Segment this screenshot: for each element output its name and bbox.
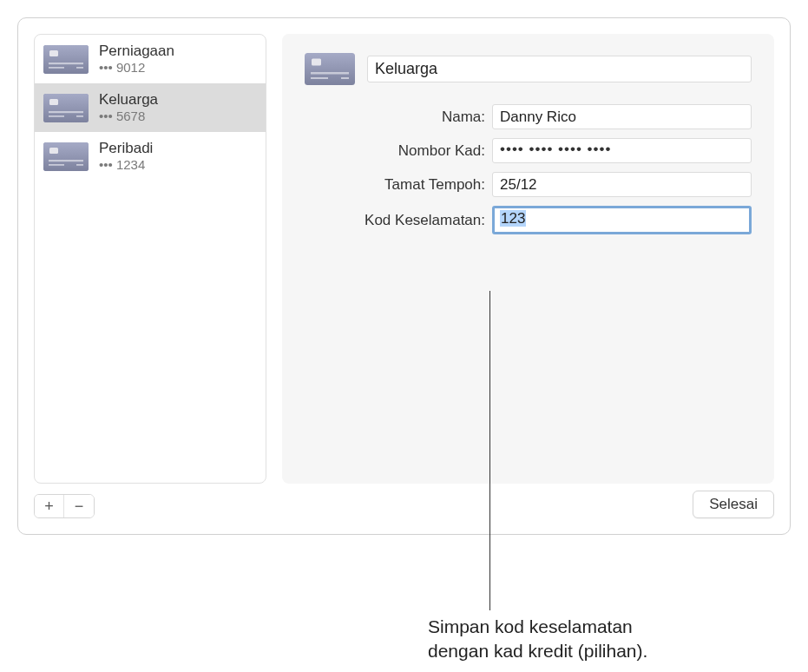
card-list[interactable]: Perniagaan ••• 9012 [34,34,266,484]
expiry-input[interactable] [492,172,752,197]
sidebar: Perniagaan ••• 9012 [34,34,266,518]
card-masked-number: ••• 9012 [99,60,174,76]
done-label: Selesai [709,496,758,512]
card-item-perniagaan[interactable]: Perniagaan ••• 9012 [35,35,266,83]
card-title: Peribadi [99,139,153,157]
svg-rect-16 [49,164,64,166]
title-row [305,53,752,85]
security-code-value: 123 [500,210,526,227]
card-info: Keluarga ••• 5678 [99,90,158,125]
row-name: Nama: [353,104,752,129]
card-number-input[interactable]: •••• •••• •••• •••• [492,138,752,163]
done-button[interactable]: Selesai [693,491,774,518]
svg-rect-19 [312,59,321,66]
svg-rect-10 [49,115,64,117]
svg-rect-5 [76,67,83,69]
credit-card-icon [305,53,355,85]
card-item-peribadi[interactable]: Peribadi ••• 1234 [35,132,266,181]
card-item-keluarga[interactable]: Keluarga ••• 5678 [35,83,266,132]
row-security-code: Kod Keselamatan: 123 [353,206,752,234]
svg-rect-4 [49,67,64,69]
card-number-masked: •••• •••• •••• •••• [500,141,611,157]
credit-card-icon [43,94,89,122]
remove-button[interactable]: − [64,495,94,517]
card-title-input[interactable] [367,56,752,82]
credit-card-icon [43,142,89,171]
label-security-code: Kod Keselamatan: [353,212,485,229]
svg-rect-2 [49,50,58,56]
plus-icon: + [44,497,54,516]
card-info: Peribadi ••• 1234 [99,139,153,174]
row-expiry: Tamat Tempoh: [353,172,752,197]
card-masked-number: ••• 1234 [99,157,153,174]
svg-rect-9 [49,111,83,113]
main-layout: Perniagaan ••• 9012 [34,34,774,518]
svg-rect-20 [311,72,349,75]
row-card-number: Nombor Kad: •••• •••• •••• •••• [353,138,752,163]
svg-rect-11 [76,115,83,117]
preferences-window: Perniagaan ••• 9012 [17,17,791,535]
callout-line [489,291,490,610]
svg-rect-13 [43,142,89,171]
callout-line2: dengan kad kredit (pilihan). [428,641,647,661]
label-expiry: Tamat Tempoh: [353,176,485,194]
svg-rect-21 [311,77,328,79]
card-info: Perniagaan ••• 9012 [99,42,174,76]
svg-rect-1 [43,45,89,74]
name-input[interactable] [492,104,752,129]
svg-rect-8 [49,99,58,105]
card-title: Keluarga [99,90,158,109]
form-rows: Nama: Nombor Kad: •••• •••• •••• •••• Ta… [353,104,752,234]
svg-rect-15 [49,160,83,161]
add-remove-control: + − [34,494,95,518]
svg-rect-18 [305,53,355,85]
callout-text: Simpan kod keselamatan dengan kad kredit… [428,615,647,664]
svg-rect-22 [341,77,349,79]
minus-icon: − [75,497,84,516]
security-code-input[interactable]: 123 [492,206,752,234]
credit-card-icon [43,45,89,74]
label-name: Nama: [353,109,485,126]
card-masked-number: ••• 5678 [99,109,158,125]
add-button[interactable]: + [35,495,64,517]
svg-rect-7 [43,94,89,122]
callout-line1: Simpan kod keselamatan [428,616,633,636]
label-card-number: Nombor Kad: [353,142,485,160]
svg-rect-17 [76,164,83,166]
svg-rect-3 [49,63,83,64]
detail-panel: Nama: Nombor Kad: •••• •••• •••• •••• Ta… [282,34,774,484]
card-title: Perniagaan [99,42,174,60]
svg-rect-14 [49,148,58,154]
